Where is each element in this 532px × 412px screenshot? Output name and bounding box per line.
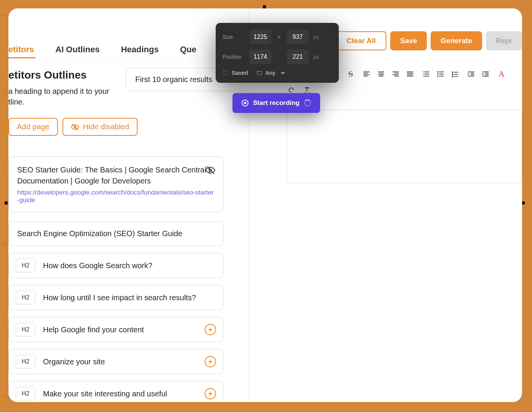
clear-all-button[interactable]: Clear All: [336, 31, 386, 50]
heading-item[interactable]: H2How does Google Search work?: [8, 253, 223, 278]
aspect-icon: [256, 70, 263, 76]
heading-text: How long until I see impact in search re…: [43, 293, 196, 302]
tab-questions[interactable]: Que: [180, 45, 196, 58]
position-x-input[interactable]: [249, 50, 271, 64]
unordered-list-icon[interactable]: [436, 69, 445, 79]
spinner-icon: [304, 100, 311, 106]
align-left-icon[interactable]: [362, 69, 371, 79]
strikethrough-icon[interactable]: S: [346, 69, 355, 79]
save-button[interactable]: Save: [390, 31, 427, 50]
heading-level-badge: H2: [16, 291, 35, 304]
record-icon: [242, 100, 248, 106]
h1-heading-card[interactable]: Search Engine Optimization (SEO) Starter…: [8, 221, 223, 246]
size-label: Size: [223, 34, 245, 40]
preset-saved-chip[interactable]: Saved: [223, 69, 248, 76]
tab-bar: etitors AI Outlines Headings Que: [8, 8, 248, 58]
heading-text: How does Google Search work?: [43, 261, 152, 270]
page-subtitle: a heading to append it to your tline.: [8, 86, 123, 107]
add-page-button[interactable]: Add page: [8, 118, 58, 136]
selection-handle-top[interactable]: [263, 5, 266, 8]
position-label: Position: [223, 54, 245, 60]
position-unit: px: [313, 54, 319, 60]
heading-level-badge: H2: [16, 355, 35, 369]
text-color-icon[interactable]: A: [497, 69, 506, 79]
outdent-icon[interactable]: [466, 69, 476, 79]
app-window: etitors AI Outlines Headings Que etitors…: [8, 8, 522, 402]
size-separator: ×: [276, 34, 282, 40]
svg-point-4: [437, 71, 439, 73]
align-justify-icon[interactable]: [405, 69, 415, 79]
result-url[interactable]: https://developers.google.com/search/doc…: [17, 189, 215, 204]
eye-off-icon: [71, 123, 79, 131]
align-right-icon[interactable]: [391, 69, 400, 79]
tab-competitors[interactable]: etitors: [8, 45, 34, 58]
svg-point-5: [437, 73, 439, 75]
hide-result-icon[interactable]: [205, 165, 215, 177]
chevron-down-icon: [280, 70, 286, 76]
tab-headings[interactable]: Headings: [121, 45, 159, 58]
ordered-list-icon[interactable]: [421, 69, 431, 79]
checklist-icon[interactable]: [450, 69, 460, 79]
heading-text: Make your site interesting and useful: [43, 389, 167, 398]
size-unit: px: [313, 34, 319, 40]
heading-text: Organize your site: [43, 357, 105, 366]
expand-heading-icon[interactable]: +: [205, 388, 216, 399]
heading-level-badge: H2: [16, 323, 35, 336]
reprocess-button: Repr: [486, 31, 522, 50]
expand-heading-icon[interactable]: +: [205, 356, 216, 367]
heading-level-badge: H2: [16, 259, 35, 272]
indent-icon[interactable]: [481, 69, 490, 79]
hide-disabled-button[interactable]: Hide disabled: [62, 118, 138, 136]
selection-handle-left[interactable]: [5, 201, 8, 204]
aspect-any-chip[interactable]: Any: [256, 69, 286, 76]
heading-item[interactable]: H2How long until I see impact in search …: [8, 285, 223, 310]
position-y-input[interactable]: [287, 50, 309, 64]
size-width-input[interactable]: [249, 30, 271, 44]
heading-item[interactable]: H2Help Google find your content+: [8, 317, 223, 342]
generate-button[interactable]: Generate: [431, 31, 482, 50]
expand-heading-icon[interactable]: +: [205, 324, 216, 335]
heading-item[interactable]: H2Make your site interesting and useful+: [8, 381, 223, 402]
competitor-result-card[interactable]: SEO Starter Guide: The Basics | Google S…: [8, 156, 223, 212]
svg-rect-7: [224, 71, 228, 75]
crop-icon: [223, 70, 229, 76]
heading-level-badge: H2: [16, 387, 35, 401]
result-title: SEO Starter Guide: The Basics | Google S…: [17, 164, 215, 187]
screen-recorder-panel[interactable]: Size × px Position × px Saved: [216, 23, 339, 83]
size-height-input[interactable]: [287, 30, 309, 44]
editor-content-area[interactable]: [287, 110, 522, 183]
align-center-icon[interactable]: [377, 69, 386, 79]
start-recording-button[interactable]: Start recording: [232, 93, 320, 113]
heading-text: Help Google find your content: [43, 325, 144, 334]
svg-point-6: [437, 76, 439, 77]
tab-ai-outlines[interactable]: AI Outlines: [55, 45, 99, 58]
heading-item[interactable]: H2Organize your site+: [8, 349, 223, 374]
selection-handle-right[interactable]: [522, 201, 525, 204]
svg-rect-8: [257, 71, 262, 74]
